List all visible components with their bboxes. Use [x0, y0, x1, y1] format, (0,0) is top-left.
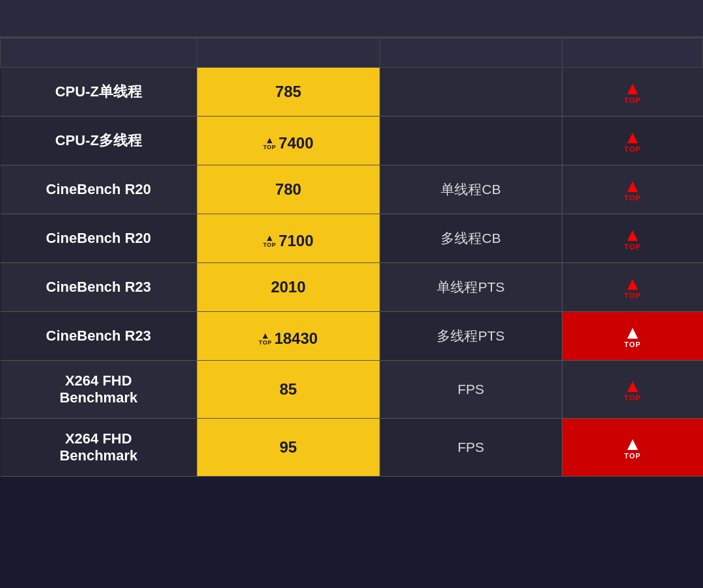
top-label-text: TOP — [624, 194, 641, 202]
cell-value: 785 — [197, 68, 380, 117]
cell-item: CineBench R20 — [1, 214, 197, 263]
benchmark-table: CPU-Z单线程785 ▲ TOP CPU-Z多线程 ▲ TOP 7400 ▲ … — [0, 38, 703, 477]
top-label-small: TOP — [263, 145, 276, 150]
table-row: X264 FHDBenchmark85FPS ▲ TOP — [1, 361, 703, 419]
top-label-text: TOP — [624, 145, 641, 153]
cell-perf: ▲ TOP — [562, 419, 703, 477]
top-arrow-icon: ▲ — [624, 128, 642, 147]
cell-value: 780 — [197, 165, 380, 214]
top-label-text: TOP — [624, 341, 641, 348]
cell-value: 2010 — [197, 263, 380, 312]
top-label-text: TOP — [624, 394, 641, 402]
cell-item: X264 FHDBenchmark — [1, 361, 197, 419]
top-badge: ▲ TOP — [624, 377, 642, 402]
top-label-small: TOP — [263, 242, 276, 248]
value-with-top-badge: ▲ TOP 7100 — [263, 232, 313, 250]
top-arrow-icon: ▲ — [624, 79, 642, 98]
cell-perf: ▲ TOP — [562, 117, 703, 165]
top-badge: ▲ TOP — [624, 128, 642, 153]
value-with-top-badge: ▲ TOP 7400 — [263, 134, 313, 152]
cell-value: ▲ TOP 18430 — [197, 312, 380, 361]
top-badge: ▲ TOP — [624, 324, 642, 348]
cell-unit — [379, 117, 562, 165]
col-header-unit — [379, 38, 562, 68]
table-row: CPU-Z多线程 ▲ TOP 7400 ▲ TOP — [1, 117, 703, 165]
cell-item: X264 FHDBenchmark — [1, 419, 197, 477]
top-badge: ▲ TOP — [624, 226, 642, 251]
top-badge: ▲ TOP — [624, 79, 642, 104]
cell-item: CineBench R23 — [1, 312, 197, 361]
top-arrow-small: ▲ — [265, 233, 274, 242]
top-small-badge: ▲ TOP — [263, 135, 276, 150]
cell-unit: FPS — [379, 361, 562, 419]
table-row: CineBench R20780单线程CB ▲ TOP — [1, 165, 703, 214]
col-header-value — [197, 38, 380, 68]
cell-perf: ▲ TOP — [562, 165, 703, 214]
top-arrow-icon: ▲ — [624, 177, 642, 195]
top-arrow-small: ▲ — [261, 331, 270, 340]
cell-perf: ▲ TOP — [562, 263, 703, 312]
top-arrow-icon: ▲ — [624, 226, 642, 244]
cell-item: CineBench R20 — [1, 165, 197, 214]
cell-value: 85 — [197, 361, 380, 419]
cell-value: ▲ TOP 7100 — [197, 214, 380, 263]
top-badge: ▲ TOP — [624, 275, 642, 300]
table-row: CPU-Z单线程785 ▲ TOP — [1, 68, 703, 117]
table-wrapper: CPU-Z单线程785 ▲ TOP CPU-Z多线程 ▲ TOP 7400 ▲ … — [0, 38, 703, 477]
cell-unit: 单线程PTS — [379, 263, 562, 312]
table-row: CineBench R20 ▲ TOP 7100多线程CB ▲ TOP — [1, 214, 703, 263]
top-label-text: TOP — [624, 96, 641, 104]
cell-perf: ▲ TOP — [562, 68, 703, 117]
table-row: CineBench R23 ▲ TOP 18430多线程PTS ▲ TOP — [1, 312, 703, 361]
top-arrow-icon: ▲ — [624, 275, 642, 293]
top-small-badge: ▲ TOP — [263, 233, 276, 248]
cell-perf: ▲ TOP — [562, 361, 703, 419]
table-row: X264 FHDBenchmark95FPS ▲ TOP — [1, 419, 703, 477]
cell-value: 95 — [197, 419, 380, 477]
cell-unit: 多线程CB — [379, 214, 562, 263]
top-arrow-icon: ▲ — [624, 435, 642, 453]
cell-item: CPU-Z多线程 — [1, 117, 197, 165]
table-row: CineBench R232010单线程PTS ▲ TOP — [1, 263, 703, 312]
top-label-text: TOP — [624, 292, 641, 300]
col-header-item — [1, 38, 197, 68]
cell-item: CineBench R23 — [1, 263, 197, 312]
cell-perf: ▲ TOP — [562, 312, 703, 361]
cell-unit — [379, 68, 562, 117]
top-badge: ▲ TOP — [624, 435, 642, 460]
top-label-small: TOP — [259, 340, 272, 346]
top-arrow-small: ▲ — [265, 135, 274, 145]
value-with-top-badge: ▲ TOP 18430 — [259, 329, 318, 348]
cell-item: CPU-Z单线程 — [1, 68, 197, 117]
cell-value: ▲ TOP 7400 — [197, 117, 380, 165]
table-header-row — [1, 38, 703, 68]
top-label-text: TOP — [624, 243, 641, 251]
top-arrow-icon: ▲ — [624, 324, 642, 342]
cell-perf: ▲ TOP — [562, 214, 703, 263]
top-label-text: TOP — [624, 452, 641, 460]
title-bar — [0, 0, 703, 38]
top-small-badge: ▲ TOP — [259, 331, 272, 346]
cell-unit: 多线程PTS — [379, 312, 562, 361]
top-arrow-icon: ▲ — [624, 377, 642, 395]
cell-unit: 单线程CB — [379, 165, 562, 214]
cell-unit: FPS — [379, 419, 562, 477]
top-badge: ▲ TOP — [624, 177, 642, 202]
main-container: CPU-Z单线程785 ▲ TOP CPU-Z多线程 ▲ TOP 7400 ▲ … — [0, 0, 703, 477]
col-header-perf — [562, 38, 703, 68]
